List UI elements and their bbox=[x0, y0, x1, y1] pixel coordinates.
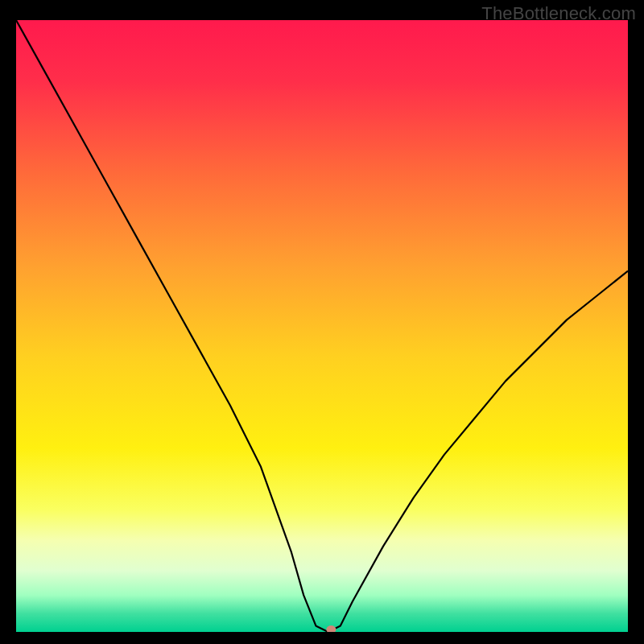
chart-background bbox=[16, 20, 628, 632]
plot-area bbox=[16, 20, 628, 632]
watermark-text: TheBottleneck.com bbox=[481, 3, 636, 24]
chart-svg bbox=[16, 20, 628, 632]
chart-container: TheBottleneck.com bbox=[0, 0, 644, 644]
